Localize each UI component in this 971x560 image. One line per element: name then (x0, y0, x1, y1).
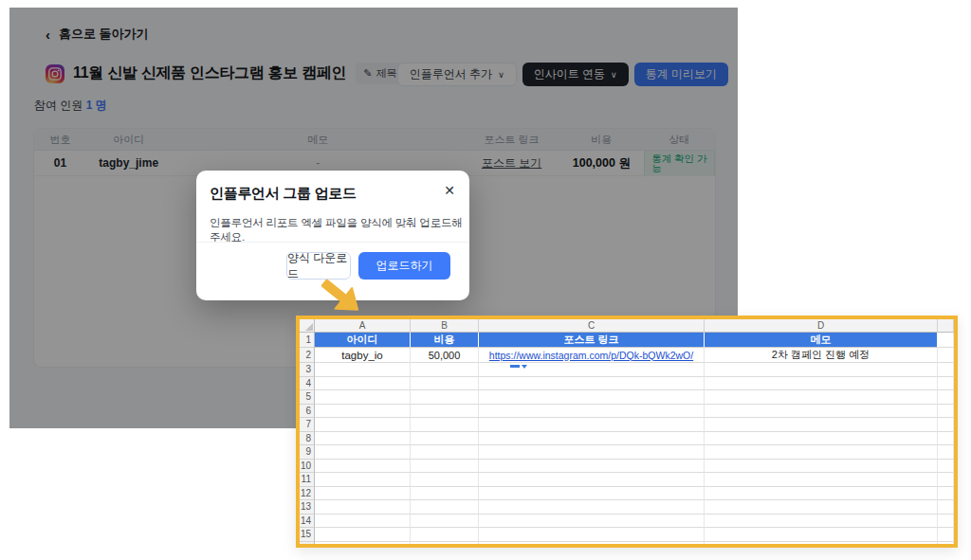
sheet-cell[interactable] (411, 487, 479, 501)
sheet-row-header[interactable]: 13 (300, 500, 315, 515)
sheet-cell[interactable] (705, 473, 938, 487)
sheet-cell[interactable] (315, 528, 411, 542)
sheet-cell[interactable] (938, 405, 954, 419)
sheet-cell[interactable] (479, 405, 705, 419)
sheet-cell[interactable] (938, 500, 954, 515)
sheet-cell[interactable] (705, 363, 938, 377)
sheet-row-header[interactable]: 7 (300, 418, 315, 432)
sheet-cell[interactable] (479, 542, 705, 545)
sheet-cell[interactable] (938, 528, 954, 542)
sheet-cell[interactable] (315, 432, 411, 446)
sheet-cell[interactable] (479, 445, 705, 460)
sheet-row-header[interactable]: 9 (300, 445, 315, 460)
sheet-cell[interactable] (705, 528, 938, 542)
sheet-cell[interactable] (705, 405, 938, 419)
sheet-cell[interactable] (705, 390, 938, 405)
sheet-data-cell[interactable]: tagby_io (315, 348, 411, 363)
sheet-column-header-b[interactable]: B (411, 319, 479, 333)
sheet-cell[interactable] (938, 348, 954, 363)
sheet-cell[interactable] (938, 460, 954, 474)
sheet-row-header[interactable]: 12 (300, 487, 315, 501)
sheet-cell[interactable] (479, 473, 705, 487)
sheet-cell[interactable] (411, 473, 479, 487)
sheet-cell[interactable] (315, 363, 411, 377)
sheet-post-url-link[interactable]: https://www.instagram.com/p/DQk-bQWk2wO/ (479, 348, 705, 363)
sheet-row-header[interactable]: 15 (300, 528, 315, 542)
sheet-row-header[interactable]: 8 (300, 432, 315, 446)
sheet-column-header-a[interactable]: A (315, 319, 411, 333)
sheet-cell[interactable] (705, 515, 938, 529)
sheet-cell[interactable] (411, 515, 479, 529)
sheet-cell[interactable] (705, 500, 938, 515)
sheet-cell[interactable] (705, 445, 938, 460)
sheet-cell[interactable] (315, 445, 411, 460)
sheet-cell[interactable] (315, 390, 411, 405)
sheet-cell[interactable] (315, 418, 411, 432)
sheet-cell[interactable] (938, 377, 954, 391)
sheet-cell[interactable] (705, 542, 938, 545)
sheet-cell[interactable] (411, 390, 479, 405)
sheet-cell[interactable] (411, 405, 479, 419)
sheet-row-header[interactable]: 4 (300, 377, 315, 391)
sheet-row-header[interactable]: 3 (300, 363, 315, 377)
sheet-cell[interactable] (315, 542, 411, 545)
sheet-cell[interactable] (479, 432, 705, 446)
sheet-cell[interactable] (411, 418, 479, 432)
sheet-cell[interactable] (938, 333, 954, 348)
sheet-row-header[interactable]: 16 (300, 542, 315, 545)
sheet-cell[interactable] (479, 390, 705, 405)
sheet-cell[interactable] (411, 432, 479, 446)
sheet-cell[interactable] (411, 542, 479, 545)
sheet-row-header[interactable]: 10 (300, 460, 315, 474)
sheet-template-header-cell[interactable]: 아이디 (315, 333, 411, 348)
sheet-row-header[interactable]: 5 (300, 390, 315, 405)
sheet-cell[interactable] (411, 377, 479, 391)
sheet-column-header-c[interactable]: C (479, 319, 705, 333)
sheet-cell[interactable] (411, 500, 479, 515)
sheet-row-header[interactable]: 6 (300, 405, 315, 419)
sheet-template-header-cell[interactable]: 메모 (705, 333, 938, 348)
sheet-cell[interactable] (938, 473, 954, 487)
sheet-cell[interactable] (315, 377, 411, 391)
sheet-row-header[interactable]: 14 (300, 515, 315, 529)
sheet-cell[interactable] (479, 500, 705, 515)
sheet-cell[interactable] (315, 500, 411, 515)
sheet-cell[interactable] (938, 363, 954, 377)
sheet-column-header-d[interactable]: D (705, 319, 938, 333)
sheet-cell[interactable] (705, 418, 938, 432)
close-icon[interactable]: ✕ (444, 184, 455, 197)
sheet-cell[interactable] (411, 363, 479, 377)
sheet-cell[interactable] (411, 445, 479, 460)
sheet-cell[interactable] (315, 487, 411, 501)
sheet-template-header-cell[interactable]: 비용 (411, 333, 479, 348)
sheet-cell[interactable] (315, 460, 411, 474)
sheet-cell[interactable] (705, 487, 938, 501)
sheet-cell[interactable] (411, 460, 479, 474)
sheet-cell[interactable] (705, 460, 938, 474)
sheet-cell[interactable] (315, 473, 411, 487)
sheet-cell[interactable] (938, 418, 954, 432)
sheet-cell[interactable] (479, 377, 705, 391)
sheet-cell[interactable] (479, 528, 705, 542)
sheet-cell[interactable] (938, 515, 954, 529)
sheet-cell[interactable] (938, 432, 954, 446)
sheet-row-header[interactable]: 1 (300, 333, 315, 348)
sheet-cell[interactable] (938, 390, 954, 405)
sheet-cell[interactable] (411, 528, 479, 542)
sheet-select-all-corner[interactable] (300, 319, 315, 333)
sheet-row-header[interactable]: 11 (300, 473, 315, 487)
sheet-cell[interactable] (479, 418, 705, 432)
sheet-cell[interactable] (315, 405, 411, 419)
sheet-cell[interactable] (705, 377, 938, 391)
sheet-data-cell[interactable]: 2차 캠페인 진행 예정 (705, 348, 938, 363)
sheet-cell[interactable] (479, 515, 705, 529)
sheet-cell[interactable] (315, 515, 411, 529)
upload-button[interactable]: 업로드하기 (358, 252, 450, 280)
sheet-cell[interactable] (479, 460, 705, 474)
sheet-cell[interactable] (705, 432, 938, 446)
sheet-cell[interactable] (938, 487, 954, 501)
sheet-row-header[interactable]: 2 (300, 348, 315, 363)
sheet-cell[interactable] (938, 445, 954, 460)
sheet-template-header-cell[interactable]: 포스트 링크 (479, 333, 705, 348)
sheet-cell[interactable] (938, 542, 954, 545)
